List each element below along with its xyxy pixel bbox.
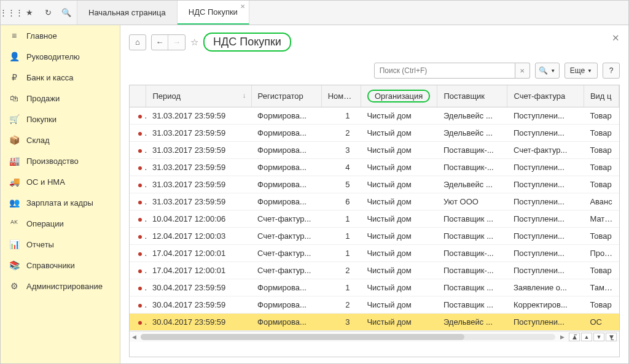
table-row[interactable]: 31.03.2017 23:59:59 Формирова... 3 Чисты… [130, 142, 619, 159]
col-indicator[interactable] [130, 85, 146, 107]
back-button[interactable]: ← [152, 35, 168, 50]
cell-period: 31.03.2017 23:59:59 [146, 107, 251, 125]
cell-invoice: Поступлени... [507, 107, 584, 125]
cell-org: Чистый дом [361, 159, 437, 176]
tab-bar: ⋮⋮⋮ ★ ↻ 🔍 Начальная страница НДС Покупки… [1, 1, 628, 25]
cell-supp: Эдельвейс ... [437, 314, 507, 331]
close-page-icon[interactable]: ✕ [612, 33, 620, 44]
help-button[interactable]: ? [603, 63, 620, 79]
cell-num: 6 [321, 193, 361, 211]
search-clear-button[interactable]: ✕ [515, 63, 530, 79]
search-dropdown-button[interactable]: 🔍 ▼ [535, 63, 560, 79]
cell-invoice: Поступлени... [507, 211, 584, 228]
apps-icon[interactable]: ⋮⋮⋮ [6, 7, 17, 18]
table-row[interactable]: 31.03.2017 23:59:59 Формирова... 6 Чисты… [130, 193, 619, 211]
search-group: ✕ [374, 63, 530, 79]
cell-type: ОС [584, 314, 619, 331]
col-supp[interactable]: Поставщик [437, 85, 507, 107]
sidebar-item-6[interactable]: 🏭Производство [1, 150, 120, 171]
sidebar-item-2[interactable]: ₽Банк и касса [1, 67, 120, 88]
tab-home[interactable]: Начальная страница [77, 1, 178, 25]
cell-org: Чистый дом [361, 262, 437, 279]
table-row[interactable]: 30.04.2017 23:59:59 Формирова... 1 Чисты… [130, 279, 619, 296]
tab-current[interactable]: НДС Покупки ✕ [178, 1, 249, 25]
table-row[interactable]: 30.04.2017 23:59:59 Формирова... 2 Чисты… [130, 296, 619, 314]
table-row[interactable]: 17.04.2017 12:00:01 Счет-фактур... 1 Чис… [130, 245, 619, 262]
star-icon[interactable]: ★ [24, 7, 35, 18]
sidebar-item-10[interactable]: 📊Отчеты [1, 234, 120, 255]
table-row[interactable]: 30.04.2017 23:59:59 Формирова... 3 Чисты… [130, 314, 619, 331]
cell-supp: Поставщик-... [437, 245, 507, 262]
more-button[interactable]: Еще ▼ [565, 63, 598, 79]
sidebar-item-label: Зарплата и кадры [26, 198, 93, 207]
cell-supp: Поставщик-... [437, 159, 507, 176]
col-type[interactable]: Вид ц [584, 85, 619, 107]
tab-home-label: Начальная страница [88, 8, 166, 17]
sidebar-item-label: Склад [26, 136, 50, 145]
cell-type: Товар [584, 296, 619, 314]
search-input[interactable] [374, 63, 515, 79]
h-scrollbar[interactable] [138, 334, 558, 340]
sidebar-item-1[interactable]: 👤Руководителю [1, 46, 120, 67]
sidebar-item-11[interactable]: 📚Справочники [1, 255, 120, 276]
sidebar-item-7[interactable]: 🚚ОС и НМА [1, 171, 120, 192]
table-row[interactable]: 31.03.2017 23:59:59 Формирова... 2 Чисты… [130, 125, 619, 142]
cell-type: Товар [584, 228, 619, 245]
scroll-right-icon[interactable]: ▶ [558, 334, 566, 340]
sidebar-item-9[interactable]: ᴬᴷОперации [1, 213, 120, 234]
sidebar-item-12[interactable]: ⚙Администрирование [1, 276, 120, 296]
col-period[interactable]: Период [146, 85, 251, 107]
sidebar-item-label: ОС и НМА [26, 177, 65, 187]
history-icon[interactable]: ↻ [42, 7, 53, 18]
home-button[interactable]: ⌂ [129, 34, 146, 50]
sidebar: ≡Главное👤Руководителю₽Банк и касса🛍Прода… [1, 25, 120, 363]
cell-invoice: Заявление о... [507, 279, 584, 296]
sidebar-item-8[interactable]: 👥Зарплата и кадры [1, 192, 120, 213]
col-reg[interactable]: Регистратор [251, 85, 321, 107]
cell-type: Товар [584, 125, 619, 142]
cell-num: 1 [321, 211, 361, 228]
cell-type: Товар [584, 176, 619, 193]
cell-reg: Формирова... [251, 159, 321, 176]
cell-num: 5 [321, 176, 361, 193]
table-row[interactable]: 12.04.2017 12:00:03 Счет-фактур... 1 Чис… [130, 228, 619, 245]
cell-supp: Эдельвейс ... [437, 107, 507, 125]
table-row[interactable]: 31.03.2017 23:59:59 Формирова... 5 Чисты… [130, 176, 619, 193]
cell-num: 1 [321, 107, 361, 125]
col-invoice[interactable]: Счет-фактура [507, 85, 584, 107]
row-indicator-icon [138, 252, 142, 256]
cell-num: 1 [321, 228, 361, 245]
cell-num: 2 [321, 125, 361, 142]
cell-invoice: Поступлени... [507, 159, 584, 176]
table-row[interactable]: 17.04.2017 12:00:01 Счет-фактур... 2 Чис… [130, 262, 619, 279]
row-indicator-icon [138, 201, 142, 204]
scroll-down-button[interactable]: ▼ [593, 333, 604, 341]
sidebar-item-label: Руководителю [26, 52, 80, 61]
table-row[interactable]: 31.03.2017 23:59:59 Формирова... 4 Чисты… [130, 159, 619, 176]
scroll-up-button[interactable]: ▲ [581, 333, 592, 341]
table-row[interactable]: 10.04.2017 12:00:06 Счет-фактур... 1 Чис… [130, 211, 619, 228]
row-indicator-icon [138, 184, 142, 187]
scroll-left-icon[interactable]: ◀ [130, 334, 138, 340]
sidebar-icon: 🛍 [9, 93, 19, 103]
forward-button[interactable]: → [168, 35, 185, 50]
col-org[interactable]: Организация [361, 85, 437, 107]
cell-org: Чистый дом [361, 296, 437, 314]
favorite-icon[interactable]: ☆ [190, 37, 198, 48]
sidebar-item-0[interactable]: ≡Главное [1, 25, 120, 46]
sidebar-item-4[interactable]: 🛒Покупки [1, 109, 120, 130]
close-icon[interactable]: ✕ [240, 3, 245, 10]
scroll-top-button[interactable]: ▲̅ [569, 333, 580, 341]
sidebar-icon: ≡ [9, 31, 19, 41]
toolbar: ✕ 🔍 ▼ Еще ▼ ? [120, 56, 628, 85]
col-num[interactable]: Номер... [321, 85, 361, 107]
cell-org: Чистый дом [361, 107, 437, 125]
sidebar-item-5[interactable]: 📦Склад [1, 130, 120, 150]
table-row[interactable]: 31.03.2017 23:59:59 Формирова... 1 Чисты… [130, 107, 619, 125]
scroll-bottom-button[interactable]: ▼̲ [606, 333, 617, 341]
sidebar-item-3[interactable]: 🛍Продажи [1, 88, 120, 109]
search-icon[interactable]: 🔍 [61, 7, 72, 18]
cell-type: Тамож [584, 279, 619, 296]
content-header: ⌂ ← → ☆ НДС Покупки ✕ [120, 25, 628, 56]
cell-reg: Счет-фактур... [251, 228, 321, 245]
